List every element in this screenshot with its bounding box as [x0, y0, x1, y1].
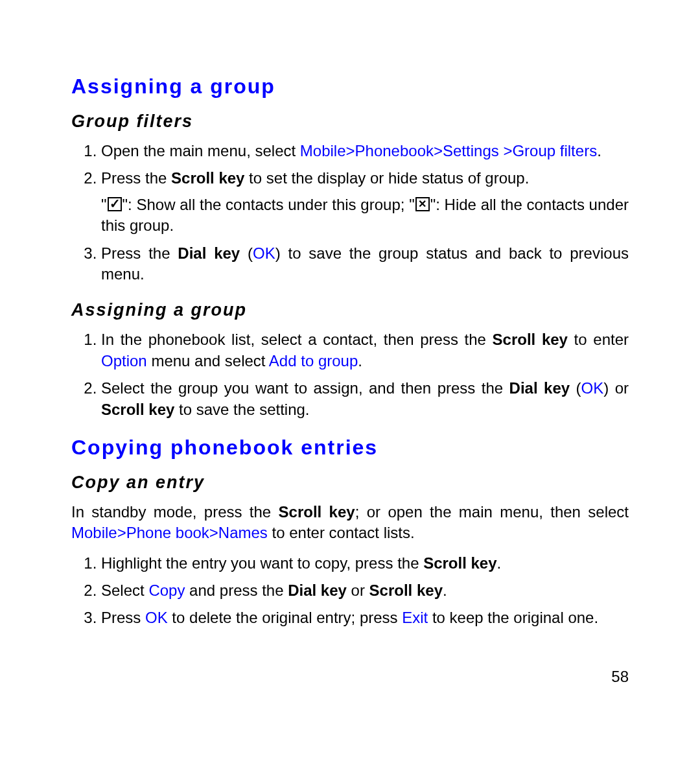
list-item: Highlight the entry you want to copy, pr…	[101, 553, 629, 574]
menu-path: Mobile>Phone book>Names	[71, 524, 268, 541]
subsection-heading-group-filters: Group filters	[71, 112, 629, 132]
menu-item: Copy	[148, 582, 185, 599]
section-heading-assigning-group: Assigning a group	[71, 75, 629, 99]
checked-box-icon	[108, 197, 122, 211]
x-box-icon	[415, 197, 430, 211]
copy-entry-intro: In standby mode, press the Scroll key; o…	[71, 502, 629, 544]
text: Highlight the entry you want to copy, pr…	[101, 554, 423, 572]
page-number: 58	[71, 668, 629, 686]
text: to enter contact lists.	[268, 524, 415, 541]
softkey: OK	[145, 609, 168, 626]
list-item: Press OK to delete the original entry; p…	[101, 607, 629, 628]
key-name: Scroll key	[101, 401, 174, 418]
key-name: Dial key	[288, 582, 347, 599]
copy-entry-steps: Highlight the entry you want to copy, pr…	[71, 553, 629, 629]
text: .	[597, 142, 601, 159]
key-name: Dial key	[178, 244, 240, 262]
subsection-heading-assigning-group: Assigning a group	[71, 300, 629, 320]
text: Open the main menu, select	[101, 142, 300, 159]
text: or	[347, 582, 369, 599]
menu-item: Option	[101, 352, 147, 370]
text: Press the	[101, 169, 171, 187]
key-name: Scroll key	[423, 554, 496, 572]
text: .	[443, 582, 447, 599]
text: to keep the original one.	[428, 609, 598, 626]
step-note: "": Show all the contacts under this gro…	[101, 194, 629, 237]
text: ) or	[603, 379, 629, 397]
text: to set the display or hide status of gro…	[244, 169, 529, 187]
list-item: Open the main menu, select Mobile>Phoneb…	[101, 141, 629, 161]
text: to save the setting.	[174, 401, 309, 418]
text: In the phonebook list, select a contact,…	[101, 331, 493, 348]
list-item: Select the group you want to assign, and…	[101, 378, 629, 420]
text: to enter	[568, 331, 629, 348]
text: Select	[101, 582, 148, 599]
softkey: OK	[581, 379, 604, 397]
list-item: Press the Scroll key to set the display …	[101, 168, 629, 236]
text: Press the	[101, 244, 178, 262]
text: ": Show all the contacts under this grou…	[122, 196, 415, 213]
menu-path: Mobile>Phonebook>Settings >Group filters	[300, 142, 597, 159]
text: (	[240, 244, 253, 262]
text: (	[570, 379, 581, 397]
text: Press	[101, 609, 145, 626]
text: menu and select	[147, 352, 269, 370]
section-heading-copying-phonebook: Copying phonebook entries	[71, 436, 629, 460]
menu-item: Add to group	[269, 352, 358, 370]
assigning-group-steps: In the phonebook list, select a contact,…	[71, 329, 629, 420]
text: In standby mode, press the	[71, 503, 279, 521]
key-name: Scroll key	[493, 331, 568, 348]
group-filters-steps: Open the main menu, select Mobile>Phoneb…	[71, 141, 629, 285]
list-item: Select Copy and press the Dial key or Sc…	[101, 580, 629, 601]
text: Select the group you want to assign, and…	[101, 379, 509, 397]
text: to delete the original entry; press	[168, 609, 402, 626]
key-name: Scroll key	[369, 582, 443, 599]
softkey: Exit	[402, 609, 428, 626]
text: .	[497, 554, 502, 572]
text: ; or open the main menu, then select	[355, 503, 629, 521]
text: and press the	[185, 582, 288, 599]
text: .	[358, 352, 362, 370]
document-page: Assigning a group Group filters Open the…	[0, 0, 700, 725]
text: "	[101, 196, 107, 213]
list-item: In the phonebook list, select a contact,…	[101, 329, 629, 371]
key-name: Scroll key	[279, 503, 355, 521]
softkey: OK	[253, 244, 275, 262]
list-item: Press the Dial key (OK) to save the grou…	[101, 243, 629, 285]
key-name: Scroll key	[171, 169, 244, 187]
key-name: Dial key	[509, 379, 570, 397]
subsection-heading-copy-entry: Copy an entry	[71, 473, 629, 493]
